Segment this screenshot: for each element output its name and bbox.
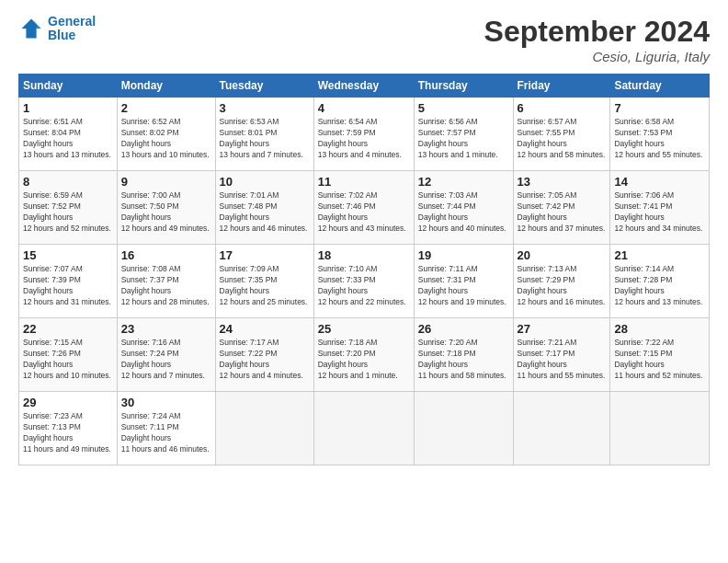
calendar-cell: 1 Sunrise: 6:51 AM Sunset: 8:04 PM Dayli… — [19, 98, 118, 171]
calendar-week-row: 1 Sunrise: 6:51 AM Sunset: 8:04 PM Dayli… — [19, 98, 710, 171]
logo: General Blue — [18, 15, 96, 43]
day-info: Sunrise: 7:07 AM Sunset: 7:39 PM Dayligh… — [23, 264, 113, 308]
calendar-week-row: 29 Sunrise: 7:23 AM Sunset: 7:13 PM Dayl… — [19, 392, 710, 465]
day-number: 4 — [318, 101, 410, 115]
day-number: 20 — [518, 248, 607, 262]
calendar-week-row: 15 Sunrise: 7:07 AM Sunset: 7:39 PM Dayl… — [19, 245, 710, 318]
calendar-cell — [610, 392, 710, 465]
day-number: 22 — [23, 322, 113, 336]
day-info: Sunrise: 7:11 AM Sunset: 7:31 PM Dayligh… — [418, 264, 509, 308]
day-info: Sunrise: 6:51 AM Sunset: 8:04 PM Dayligh… — [23, 117, 113, 161]
calendar-cell: 27 Sunrise: 7:21 AM Sunset: 7:17 PM Dayl… — [513, 318, 610, 392]
calendar-cell: 25 Sunrise: 7:18 AM Sunset: 7:20 PM Dayl… — [313, 318, 414, 392]
calendar-cell: 12 Sunrise: 7:03 AM Sunset: 7:44 PM Dayl… — [414, 171, 513, 245]
day-number: 2 — [121, 101, 211, 115]
page: General Blue September 2024 Cesio, Ligur… — [0, 0, 728, 563]
day-number: 19 — [418, 248, 509, 262]
day-number: 10 — [220, 175, 310, 189]
calendar-cell: 23 Sunrise: 7:16 AM Sunset: 7:24 PM Dayl… — [117, 318, 215, 392]
calendar-cell: 7 Sunrise: 6:58 AM Sunset: 7:53 PM Dayli… — [610, 98, 710, 171]
col-sunday: Sunday — [19, 75, 118, 98]
calendar-cell — [313, 392, 414, 465]
calendar-cell: 2 Sunrise: 6:52 AM Sunset: 8:02 PM Dayli… — [117, 98, 215, 171]
day-info: Sunrise: 7:09 AM Sunset: 7:35 PM Dayligh… — [220, 264, 310, 308]
day-number: 21 — [614, 248, 705, 262]
calendar-cell: 6 Sunrise: 6:57 AM Sunset: 7:55 PM Dayli… — [513, 98, 610, 171]
day-number: 7 — [614, 101, 705, 115]
day-number: 6 — [518, 101, 607, 115]
col-thursday: Thursday — [414, 75, 513, 98]
day-info: Sunrise: 7:01 AM Sunset: 7:48 PM Dayligh… — [220, 190, 310, 235]
col-tuesday: Tuesday — [215, 75, 313, 98]
day-info: Sunrise: 6:54 AM Sunset: 7:59 PM Dayligh… — [318, 117, 410, 161]
calendar-week-row: 22 Sunrise: 7:15 AM Sunset: 7:26 PM Dayl… — [19, 318, 710, 392]
calendar-cell: 5 Sunrise: 6:56 AM Sunset: 7:57 PM Dayli… — [414, 98, 513, 171]
calendar-cell: 15 Sunrise: 7:07 AM Sunset: 7:39 PM Dayl… — [19, 245, 118, 318]
day-number: 23 — [121, 322, 211, 336]
day-number: 27 — [518, 322, 607, 336]
day-info: Sunrise: 6:58 AM Sunset: 7:53 PM Dayligh… — [614, 117, 705, 161]
calendar-cell: 8 Sunrise: 6:59 AM Sunset: 7:52 PM Dayli… — [19, 171, 118, 245]
day-number: 30 — [121, 396, 211, 409]
header: General Blue September 2024 Cesio, Ligur… — [18, 15, 710, 64]
logo-text: General Blue — [48, 15, 96, 43]
day-number: 11 — [318, 175, 410, 189]
location-subtitle: Cesio, Liguria, Italy — [484, 49, 710, 64]
day-info: Sunrise: 7:14 AM Sunset: 7:28 PM Dayligh… — [614, 264, 705, 308]
day-number: 1 — [23, 101, 113, 115]
day-info: Sunrise: 7:15 AM Sunset: 7:26 PM Dayligh… — [23, 338, 113, 382]
day-info: Sunrise: 6:53 AM Sunset: 8:01 PM Dayligh… — [220, 117, 310, 161]
calendar-cell: 26 Sunrise: 7:20 AM Sunset: 7:18 PM Dayl… — [414, 318, 513, 392]
day-number: 29 — [23, 396, 113, 409]
day-info: Sunrise: 6:56 AM Sunset: 7:57 PM Dayligh… — [418, 117, 509, 161]
day-info: Sunrise: 7:00 AM Sunset: 7:50 PM Dayligh… — [121, 190, 211, 235]
calendar-week-row: 8 Sunrise: 6:59 AM Sunset: 7:52 PM Dayli… — [19, 171, 710, 245]
col-saturday: Saturday — [610, 75, 710, 98]
calendar-cell — [414, 392, 513, 465]
day-info: Sunrise: 7:03 AM Sunset: 7:44 PM Dayligh… — [418, 190, 509, 235]
day-info: Sunrise: 7:20 AM Sunset: 7:18 PM Dayligh… — [418, 338, 509, 382]
calendar-cell — [513, 392, 610, 465]
day-number: 15 — [23, 248, 113, 262]
calendar-cell: 9 Sunrise: 7:00 AM Sunset: 7:50 PM Dayli… — [117, 171, 215, 245]
calendar-cell: 28 Sunrise: 7:22 AM Sunset: 7:15 PM Dayl… — [610, 318, 710, 392]
day-info: Sunrise: 7:18 AM Sunset: 7:20 PM Dayligh… — [318, 338, 410, 382]
day-info: Sunrise: 6:57 AM Sunset: 7:55 PM Dayligh… — [518, 117, 607, 161]
calendar-cell: 17 Sunrise: 7:09 AM Sunset: 7:35 PM Dayl… — [215, 245, 313, 318]
day-number: 18 — [318, 248, 410, 262]
day-info: Sunrise: 7:10 AM Sunset: 7:33 PM Dayligh… — [318, 264, 410, 308]
calendar-cell: 16 Sunrise: 7:08 AM Sunset: 7:37 PM Dayl… — [117, 245, 215, 318]
day-number: 14 — [614, 175, 705, 189]
month-title: September 2024 — [484, 15, 710, 49]
calendar-cell: 10 Sunrise: 7:01 AM Sunset: 7:48 PM Dayl… — [215, 171, 313, 245]
day-number: 17 — [220, 248, 310, 262]
day-number: 25 — [318, 322, 410, 336]
logo-icon — [18, 16, 44, 41]
col-monday: Monday — [117, 75, 215, 98]
day-info: Sunrise: 7:23 AM Sunset: 7:13 PM Dayligh… — [23, 411, 113, 455]
day-info: Sunrise: 7:16 AM Sunset: 7:24 PM Dayligh… — [121, 338, 211, 382]
day-info: Sunrise: 7:05 AM Sunset: 7:42 PM Dayligh… — [518, 190, 607, 235]
calendar-cell: 20 Sunrise: 7:13 AM Sunset: 7:29 PM Dayl… — [513, 245, 610, 318]
day-number: 5 — [418, 101, 509, 115]
day-number: 13 — [518, 175, 607, 189]
calendar-cell: 4 Sunrise: 6:54 AM Sunset: 7:59 PM Dayli… — [313, 98, 414, 171]
col-wednesday: Wednesday — [313, 75, 414, 98]
day-info: Sunrise: 6:52 AM Sunset: 8:02 PM Dayligh… — [121, 117, 211, 161]
day-info: Sunrise: 7:08 AM Sunset: 7:37 PM Dayligh… — [121, 264, 211, 308]
day-number: 8 — [23, 175, 113, 189]
calendar-cell: 13 Sunrise: 7:05 AM Sunset: 7:42 PM Dayl… — [513, 171, 610, 245]
day-number: 26 — [418, 322, 509, 336]
calendar-cell: 11 Sunrise: 7:02 AM Sunset: 7:46 PM Dayl… — [313, 171, 414, 245]
day-info: Sunrise: 6:59 AM Sunset: 7:52 PM Dayligh… — [23, 190, 113, 235]
calendar-cell: 19 Sunrise: 7:11 AM Sunset: 7:31 PM Dayl… — [414, 245, 513, 318]
calendar-cell: 21 Sunrise: 7:14 AM Sunset: 7:28 PM Dayl… — [610, 245, 710, 318]
col-friday: Friday — [513, 75, 610, 98]
day-info: Sunrise: 7:22 AM Sunset: 7:15 PM Dayligh… — [614, 338, 705, 382]
day-number: 3 — [220, 101, 310, 115]
day-info: Sunrise: 7:13 AM Sunset: 7:29 PM Dayligh… — [518, 264, 607, 308]
day-number: 12 — [418, 175, 509, 189]
day-number: 16 — [121, 248, 211, 262]
day-number: 24 — [220, 322, 310, 336]
calendar-cell: 30 Sunrise: 7:24 AM Sunset: 7:11 PM Dayl… — [117, 392, 215, 465]
